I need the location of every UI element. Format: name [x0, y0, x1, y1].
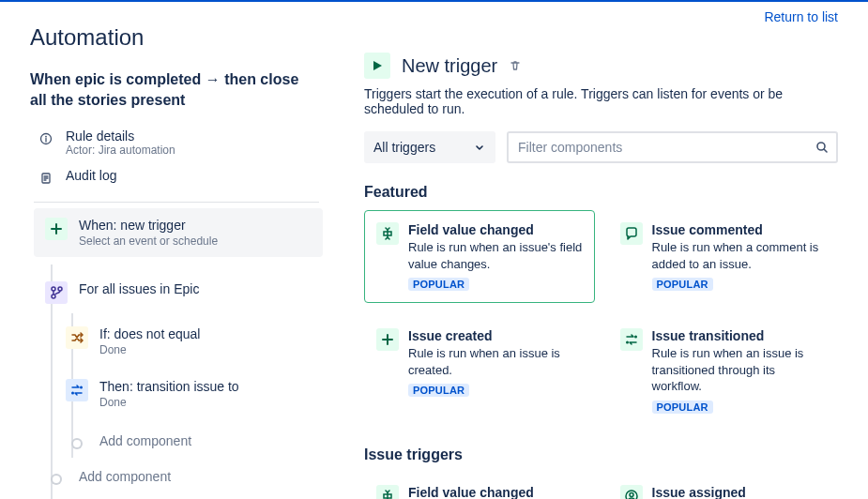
- document-icon: [38, 170, 54, 187]
- plus-icon: [376, 328, 399, 351]
- card-title: Issue transitioned: [652, 328, 827, 343]
- tree-node-condition[interactable]: If: does not equal Done: [54, 313, 323, 366]
- node-title: For all issues in Epic: [79, 281, 199, 296]
- field-change-icon: [376, 485, 399, 499]
- search-icon: [815, 141, 829, 154]
- audit-log-label: Audit log: [66, 168, 116, 183]
- rule-name: When epic is completed → then close all …: [30, 69, 302, 110]
- trash-icon[interactable]: [509, 59, 522, 72]
- page-title: Automation: [30, 24, 144, 51]
- card-description: Rule is run when an issue's field value …: [408, 239, 583, 272]
- select-value: All triggers: [373, 140, 435, 155]
- transition-icon: [620, 328, 643, 351]
- popular-badge: POPULAR: [652, 401, 713, 414]
- rule-details-row[interactable]: Rule details Actor: Jira automation: [30, 125, 323, 164]
- node-subtitle: Done: [99, 343, 200, 356]
- circle-icon: [71, 438, 83, 449]
- divider: [34, 202, 319, 203]
- trigger-card[interactable]: Field value changedRule is run when an i…: [364, 210, 595, 303]
- trigger-card[interactable]: Issue assignedRule is run when an issue …: [608, 473, 839, 499]
- node-title: If: does not equal: [99, 326, 200, 341]
- panel-title: New trigger: [402, 55, 497, 77]
- card-title: Field value changed: [408, 485, 583, 499]
- add-component-inner[interactable]: Add component: [54, 418, 323, 458]
- return-to-list-link[interactable]: Return to list: [764, 9, 838, 24]
- chevron-down-icon: [473, 141, 486, 154]
- field-change-icon: [376, 222, 399, 245]
- circle-icon: [51, 474, 62, 485]
- tree-node-action[interactable]: Then: transition issue to Done: [54, 366, 323, 418]
- rule-details-label: Rule details: [66, 129, 175, 144]
- add-component-label: Add component: [79, 463, 171, 490]
- tree-node-branch[interactable]: For all issues in Epic: [34, 265, 323, 313]
- popular-badge: POPULAR: [408, 278, 469, 291]
- trigger-card[interactable]: Issue transitionedRule is run when an is…: [608, 316, 839, 426]
- node-subtitle: Done: [99, 396, 239, 409]
- trigger-card[interactable]: Issue createdRule is run when an issue i…: [364, 316, 595, 426]
- comment-icon: [620, 222, 643, 245]
- play-icon: [364, 53, 390, 79]
- node-title: Then: transition issue to: [99, 379, 239, 394]
- popular-badge: POPULAR: [652, 278, 713, 291]
- trigger-category-select[interactable]: All triggers: [364, 131, 495, 163]
- transition-icon: [66, 379, 88, 401]
- search-input[interactable]: [507, 131, 838, 163]
- plus-icon: [45, 218, 68, 240]
- card-title: Field value changed: [408, 222, 583, 237]
- panel-description: Triggers start the execution of a rule. …: [364, 86, 838, 116]
- audit-log-row[interactable]: Audit log: [30, 164, 323, 194]
- popular-badge: POPULAR: [408, 384, 469, 397]
- card-description: Rule is run when an issue is transitione…: [652, 345, 827, 395]
- node-subtitle: Select an event or schedule: [79, 234, 218, 248]
- add-component-label: Add component: [99, 428, 191, 454]
- node-title: When: new trigger: [79, 218, 218, 233]
- shuffle-icon: [66, 326, 88, 349]
- info-icon: [38, 130, 54, 147]
- card-title: Issue commented: [652, 222, 827, 237]
- card-title: Issue created: [408, 328, 583, 343]
- card-title: Issue assigned: [652, 485, 827, 499]
- card-description: Rule is run when a comment is added to a…: [652, 239, 827, 272]
- tree-node-trigger[interactable]: When: new trigger Select an event or sch…: [34, 208, 323, 257]
- add-component-outer[interactable]: Add component: [34, 458, 323, 499]
- trigger-card[interactable]: Issue commentedRule is run when a commen…: [608, 210, 839, 303]
- trigger-card[interactable]: Field value changedRule is run when an i…: [364, 473, 595, 499]
- rule-actor-label: Actor: Jira automation: [66, 144, 175, 157]
- user-icon: [620, 485, 643, 499]
- branch-icon: [45, 281, 68, 304]
- card-description: Rule is run when an issue is created.: [408, 345, 583, 378]
- section-featured-heading: Featured: [364, 184, 838, 201]
- section-issue-triggers-heading: Issue triggers: [364, 446, 838, 463]
